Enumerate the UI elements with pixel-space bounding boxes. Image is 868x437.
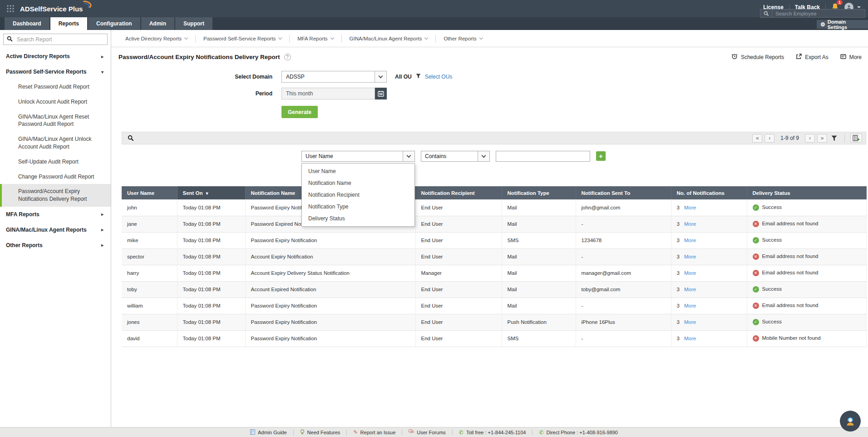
dropdown-option-notification-name[interactable]: Notification Name (302, 177, 414, 189)
add-filter-button[interactable]: + (596, 151, 606, 161)
column-header-no-of-notifications[interactable]: No. of Notifications (671, 186, 747, 199)
domain-settings-label: Domain Settings (828, 19, 864, 30)
report-nav-mfa-reports[interactable]: MFA Reports (290, 36, 341, 41)
direct-phone-label: Direct Phone : +1-408-916-9890 (547, 430, 618, 435)
ou-filter-icon[interactable] (416, 74, 421, 80)
filter-value-input[interactable] (496, 151, 590, 162)
notification-count: 3 (677, 238, 680, 243)
user-forums-link[interactable]: User Forums (402, 429, 452, 435)
sidebar-item-self-update-audit-report[interactable]: Self-Update Audit Report (0, 154, 111, 169)
report-search-input[interactable] (16, 36, 104, 43)
bulb-icon (300, 429, 305, 436)
more-link[interactable]: More (684, 254, 696, 259)
more-button[interactable]: More (840, 54, 862, 61)
cell-type: Mail (502, 216, 576, 232)
apps-grid-icon[interactable] (6, 5, 15, 13)
tab-admin[interactable]: Admin (141, 17, 174, 30)
column-header-delivery-status[interactable]: Delivery Status (747, 186, 866, 199)
last-page-button[interactable]: » (817, 134, 827, 143)
employee-search-input[interactable] (772, 11, 865, 16)
more-link[interactable]: More (684, 238, 696, 243)
cell-delivery-status: ✕Email address not found (747, 265, 866, 281)
more-link[interactable]: More (684, 287, 696, 292)
table-search-icon[interactable] (126, 134, 136, 142)
sidebar-group-label: Active Directory Reports (6, 53, 70, 60)
notification-count: 3 (677, 303, 680, 308)
table-row: davidToday 01:08 PMPassword Expiry Notif… (122, 330, 866, 347)
more-link[interactable]: More (684, 221, 696, 227)
cell-recipient: End User (415, 314, 502, 330)
domain-row: Select Domain ADSSP All OU Select OUs (111, 71, 868, 83)
support-chat-button[interactable] (840, 411, 861, 432)
dropdown-option-notification-type[interactable]: Notification Type (302, 201, 414, 213)
sidebar-item-unlock-account-audit-report[interactable]: Unlock Account Audit Report (0, 94, 111, 109)
status-text: Success (762, 204, 782, 210)
table-toolbar: « ‹ 1-9 of 9 › » (122, 132, 866, 144)
filter-field-value: User Name (306, 153, 333, 159)
sidebar-group-gina-mac-linux-agent-reports[interactable]: GINA/Mac/Linux Agent Reports▸ (0, 222, 111, 238)
chevron-right-icon: ▸ (101, 243, 104, 248)
sidebar-group-password-self-service-reports[interactable]: Password Self-Service Reports▾ (0, 64, 111, 79)
help-icon[interactable]: ? (284, 54, 291, 60)
more-link[interactable]: More (684, 336, 696, 341)
more-link[interactable]: More (684, 205, 696, 210)
generate-button[interactable]: Generate (281, 106, 318, 118)
more-link[interactable]: More (684, 319, 696, 325)
cell-notification-name: Password Expiry Notification (245, 330, 415, 347)
notification-count: 3 (677, 221, 680, 227)
report-nav-active-directory-reports[interactable]: Active Directory Reports (118, 36, 195, 41)
column-header-user-name[interactable]: User Name (122, 186, 177, 199)
domain-select[interactable]: ADSSP (281, 71, 387, 83)
cell-recipient: End User (415, 330, 502, 347)
filter-operator-select[interactable]: Contains (421, 151, 490, 162)
report-nav-gina-mac-linux-agent-reports[interactable]: GINA/Mac/Linux Agent Reports (342, 36, 436, 41)
sidebar-item-gina-mac-linux-agent-unlock-account-audit-report[interactable]: GINA/Mac/Linux Agent Unlock Account Audi… (0, 132, 111, 154)
more-link[interactable]: More (684, 270, 696, 276)
column-header-notification-type[interactable]: Notification Type (502, 186, 576, 199)
sidebar-item-change-password-audit-report[interactable]: Change Password Audit Report (0, 169, 111, 184)
schedule-reports-button[interactable]: Schedule Reports (731, 53, 784, 61)
domain-settings-button[interactable]: ⚙ Domain Settings (817, 20, 868, 29)
dropdown-option-user-name[interactable]: User Name (302, 165, 414, 177)
sidebar-group-other-reports[interactable]: Other Reports▸ (0, 238, 111, 253)
chevron-down-icon (479, 35, 483, 39)
column-header-notification-recipient[interactable]: Notification Recipient (415, 186, 502, 199)
select-ous-link[interactable]: Select OUs (425, 74, 453, 80)
report-nav-other-reports[interactable]: Other Reports (436, 36, 490, 41)
tab-configuration[interactable]: Configuration (88, 17, 140, 30)
account-menu-caret-icon[interactable] (857, 6, 861, 8)
column-header-sent-on[interactable]: Sent On▾ (177, 186, 245, 199)
dropdown-option-notification-recipient[interactable]: Notification Recipient (302, 189, 414, 201)
sidebar-group-active-directory-reports[interactable]: Active Directory Reports▸ (0, 49, 111, 64)
admin-guide-link[interactable]: Admin Guide (244, 429, 293, 436)
dropdown-option-delivery-status[interactable]: Delivery Status (302, 213, 414, 224)
period-input[interactable] (281, 88, 375, 99)
sidebar-item-gina-mac-linux-agent-reset-password-audit-report[interactable]: GINA/Mac/Linux Agent Reset Password Audi… (0, 109, 111, 132)
need-features-link[interactable]: Need Features (294, 429, 347, 436)
title-row: Password/Account Expiry Notifications De… (111, 47, 868, 64)
cell-sent-to: 1234678 (576, 232, 671, 248)
cell-user: harry (122, 265, 177, 281)
tab-dashboard[interactable]: Dashboard (5, 17, 49, 30)
prev-page-button[interactable]: ‹ (764, 134, 774, 143)
export-as-button[interactable]: Export As (796, 54, 828, 61)
calendar-icon[interactable] (375, 88, 387, 99)
tab-support[interactable]: Support (175, 17, 212, 30)
sidebar-item-reset-password-audit-report[interactable]: Reset Password Audit Report (0, 79, 111, 94)
tab-reports[interactable]: Reports (50, 17, 87, 30)
report-nav-password-self-service-reports[interactable]: Password Self-Service Reports (196, 36, 289, 41)
filter-icon[interactable] (829, 134, 839, 142)
more-link[interactable]: More (684, 303, 696, 308)
report-issue-link[interactable]: ✎ Report an Issue (347, 429, 402, 435)
cell-type: SMS (502, 232, 576, 248)
cell-notification-name: Account Expired Notification (245, 281, 415, 298)
sidebar-group-mfa-reports[interactable]: MFA Reports▸ (0, 207, 111, 222)
column-chooser-icon[interactable] (850, 134, 862, 143)
column-header-notification-sent-to[interactable]: Notification Sent To (576, 186, 671, 199)
phone-icon: ✆ (539, 429, 543, 436)
filter-field-select[interactable]: User Name (301, 151, 415, 162)
next-page-button[interactable]: › (805, 134, 815, 143)
first-page-button[interactable]: « (752, 134, 762, 143)
sidebar-item-password-account-expiry-notifications-delivery-report[interactable]: Password/Account Expiry Notifications De… (0, 184, 111, 207)
cell-recipient: End User (415, 232, 502, 248)
